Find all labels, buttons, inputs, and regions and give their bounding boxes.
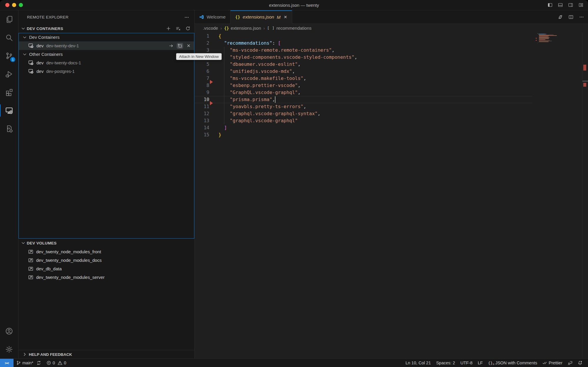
code-line-11[interactable]: "yoavbls.pretty-ts-errors",	[195, 103, 532, 110]
toggle-primary-sidebar-icon[interactable]	[548, 3, 552, 7]
status-language-mode[interactable]: {}JSON with Comments	[485, 359, 540, 367]
status-eol[interactable]: LF	[475, 359, 485, 367]
problems-status[interactable]: 0 0	[44, 359, 69, 367]
status-cursor-position[interactable]: Ln 10, Col 21	[403, 359, 433, 367]
minimize-window-button[interactable]	[12, 3, 16, 7]
chevron-down-icon	[22, 52, 27, 57]
split-editor-icon[interactable]	[569, 15, 573, 19]
chevron-right-icon	[22, 352, 27, 357]
jsonc-icon: {}	[488, 361, 494, 365]
toggle-panel-icon[interactable]	[558, 3, 563, 7]
container-item-dev-twenty-dev-1[interactable]: devdev-twenty-dev-1	[19, 41, 194, 50]
warnings-icon	[58, 361, 62, 365]
minimap[interactable]	[532, 32, 582, 358]
run-and-debug-icon	[5, 70, 13, 78]
remote-indicator[interactable]: ><	[0, 359, 14, 367]
window-title: extensions.json — twenty	[0, 3, 588, 8]
activity-item-search[interactable]	[0, 29, 18, 47]
breadcrumb: .vscode › {}extensions.json › [ ]recomme…	[195, 24, 588, 32]
toggle-secondary-sidebar-icon[interactable]	[568, 3, 573, 7]
sidebar-title: REMOTE EXPLORER	[27, 15, 69, 19]
code-line-3[interactable]: "ms-vscode-remote.remote-containers",	[195, 47, 532, 54]
tab-extensions-json[interactable]: {} extensions.json M ✕	[230, 10, 292, 24]
breadcrumb-folder[interactable]: .vscode	[203, 26, 218, 31]
activity-item-source-control[interactable]: 1	[0, 47, 18, 65]
volume-item-dev_twenty_node_modules_docs[interactable]: dev_twenty_node_modules_docs	[19, 256, 194, 264]
code-line-8[interactable]: "esbenp.prettier-vscode",	[195, 82, 532, 89]
attach-to-container-icon[interactable]	[169, 43, 173, 48]
git-deleted-lines-marker[interactable]	[210, 101, 213, 105]
code-line-7[interactable]: "ms-vscode.makefile-tools",	[195, 75, 532, 82]
chevron-down-icon	[21, 26, 26, 31]
tooltip-attach-in-new-window: Attach in New Window	[176, 53, 222, 60]
container-tools-icon	[5, 125, 13, 133]
close-window-button[interactable]	[5, 3, 9, 7]
container-item-dev-twenty-docs-1[interactable]: devdev-twenty-docs-1	[19, 58, 194, 67]
git-deleted-lines-marker[interactable]	[210, 80, 213, 84]
code-line-2[interactable]: "recommendations": [	[195, 40, 532, 47]
volume-icon	[28, 249, 34, 254]
code-line-6[interactable]: "unifiedjs.vscode-mdx",	[195, 68, 532, 75]
activity-item-remote-explorer[interactable]	[0, 101, 18, 120]
git-branch-icon	[16, 361, 21, 365]
stop-container-icon[interactable]	[186, 43, 191, 48]
titlebar: extensions.json — twenty	[0, 0, 588, 10]
code-line-5[interactable]: "dbaeumer.vscode-eslint",	[195, 61, 532, 68]
errors-icon	[46, 361, 51, 365]
json-file-icon: {}	[235, 15, 240, 19]
line-numbers[interactable]: 123456789101112131415	[195, 33, 209, 138]
code-line-13[interactable]: "graphql.vscode-graphql"	[195, 117, 532, 124]
activity-item-explorer[interactable]	[0, 10, 18, 29]
volume-item-dev_twenty_node_modules_front[interactable]: dev_twenty_node_modules_front	[19, 247, 194, 256]
settings-icon	[5, 346, 13, 353]
code-line-4[interactable]: "styled-components.vscode-styled-compone…	[195, 54, 532, 61]
tree-group-other-containers[interactable]: Other Containers	[19, 50, 194, 58]
refresh-icon[interactable]	[186, 26, 190, 31]
zoom-window-button[interactable]	[19, 3, 23, 7]
git-branch-status[interactable]: main*	[14, 359, 44, 367]
volume-icon	[28, 266, 34, 272]
section-dev-containers-header[interactable]: DEV CONTAINERS	[19, 24, 194, 33]
code-line-9[interactable]: "GraphQL.vscode-graphql",	[195, 89, 532, 96]
section-dev-volumes-header[interactable]: DEV VOLUMES	[19, 239, 194, 247]
code-line-12[interactable]: "graphql.vscode-graphql-syntax",	[195, 110, 532, 117]
text-cursor	[275, 96, 275, 103]
container-item-dev-postgres-1[interactable]: devdev-postgres-1	[19, 67, 194, 76]
status-notifications[interactable]	[575, 359, 585, 367]
code-line-14[interactable]: ]	[195, 124, 532, 131]
editor-more-actions-icon[interactable]	[579, 15, 584, 19]
activity-item-extensions[interactable]	[0, 83, 18, 101]
clear-recents-icon[interactable]	[176, 26, 181, 31]
code-line-10[interactable]: "prisma.prisma",	[195, 96, 532, 103]
tree-group-dev-containers[interactable]: Dev Containers	[19, 33, 194, 41]
activity-bar: 1	[0, 10, 19, 358]
breadcrumb-file[interactable]: {}extensions.json	[224, 26, 261, 31]
volume-icon	[28, 258, 34, 263]
activity-item-settings[interactable]	[0, 340, 18, 358]
double-check-icon	[542, 361, 547, 365]
customize-layout-icon[interactable]	[579, 3, 583, 7]
close-tab-icon[interactable]: ✕	[284, 15, 287, 19]
tab-welcome[interactable]: Welcome	[195, 10, 230, 24]
code-line-15[interactable]: }	[195, 131, 532, 138]
sidebar-more-actions-icon[interactable]	[184, 15, 189, 20]
activity-item-accounts[interactable]	[0, 322, 18, 340]
editor-group: Welcome {} extensions.json M ✕ .vscode ›…	[195, 10, 588, 358]
section-help-and-feedback-header[interactable]: HELP AND FEEDBACK	[19, 350, 194, 358]
status-formatter[interactable]: Prettier	[540, 359, 565, 367]
code-editor[interactable]: { "recommendations": [ "ms-vscode-remote…	[195, 32, 588, 358]
activity-item-run-and-debug[interactable]	[0, 65, 18, 83]
new-dev-container-icon[interactable]	[166, 26, 171, 31]
volume-item-dev_twenty_node_modules_server[interactable]: dev_twenty_node_modules_server	[19, 273, 194, 281]
breadcrumb-symbol[interactable]: [ ]recommendations	[267, 26, 312, 31]
attach-in-new-window-icon[interactable]	[177, 43, 183, 49]
status-feedback[interactable]	[565, 359, 575, 367]
modified-indicator: M	[277, 15, 280, 20]
status-encoding[interactable]: UTF-8	[458, 359, 475, 367]
code-line-1[interactable]: {	[195, 33, 532, 40]
status-indentation[interactable]: Spaces: 2	[433, 359, 458, 367]
vscode-logo-icon	[199, 15, 204, 19]
volume-item-dev_db_data[interactable]: dev_db_data	[19, 264, 194, 273]
open-changes-icon[interactable]	[558, 15, 563, 19]
activity-item-container-tools[interactable]	[0, 120, 18, 138]
